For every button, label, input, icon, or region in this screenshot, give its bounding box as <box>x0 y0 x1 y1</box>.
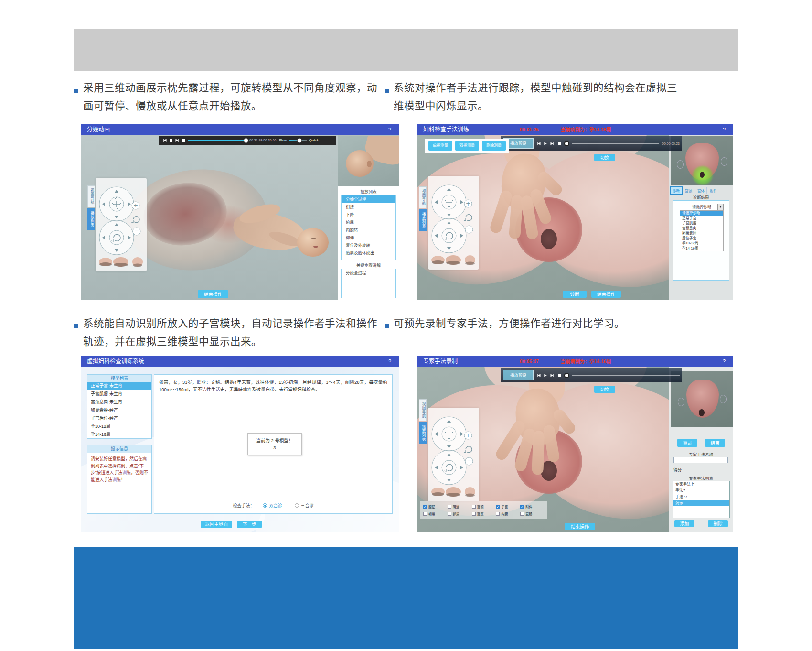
measure-button[interactable]: 单指测量 <box>428 141 452 151</box>
chevron-down-icon[interactable]: ▼ <box>717 204 723 210</box>
model-list-item[interactable]: 子宫后位-经产 <box>87 414 151 423</box>
checkbox-icon <box>472 505 476 509</box>
structure-checkbox[interactable]: 附件 <box>520 504 545 509</box>
playlist-item[interactable]: 复位及外旋转 <box>342 241 395 249</box>
stop-icon[interactable] <box>557 373 561 377</box>
measure-button[interactable]: 删除测量 <box>482 141 506 151</box>
speed-slider[interactable] <box>289 140 307 141</box>
view-navigation-pad[interactable]: +− <box>96 178 147 271</box>
expert-list-item[interactable]: 手法7 <box>673 488 729 494</box>
key-step-item[interactable]: 分娩全过程 <box>342 269 395 277</box>
playlist-item[interactable]: 内旋转 <box>342 226 395 234</box>
side-tab[interactable]: 播放列表 <box>419 209 427 231</box>
play-preset-button[interactable]: 播放预设 <box>503 370 534 380</box>
playlist-item[interactable]: 分娩全过程 <box>342 195 395 203</box>
model-list-item[interactable]: 宫颈息肉-未生育 <box>87 398 151 406</box>
add-button[interactable]: 添加 <box>674 520 694 527</box>
skip-back-icon[interactable] <box>536 141 541 146</box>
structure-checkbox[interactable]: 内膜 <box>496 511 520 516</box>
structure-checkbox[interactable]: 宫底 <box>472 511 496 516</box>
skip-forward-icon[interactable] <box>550 373 555 378</box>
method-radio[interactable]: 三合诊 <box>295 502 314 509</box>
diagnosis-tab[interactable]: 诊断 <box>671 187 682 194</box>
switch-view-button[interactable]: 切换 <box>594 154 615 161</box>
stop-icon[interactable] <box>182 139 186 142</box>
diagnosis-option[interactable]: 请选择诊断 <box>680 211 723 216</box>
playlist-item[interactable]: 仰伸 <box>342 234 395 241</box>
view-navigation-pad[interactable]: +− <box>428 408 479 501</box>
diagnosis-option[interactable]: 后位子宫 <box>680 236 723 241</box>
playlist-item[interactable]: 俯屈 <box>342 218 395 226</box>
playlist-item[interactable]: 衔接 <box>342 203 395 211</box>
diagnosis-tab[interactable]: 宫体 <box>695 187 707 194</box>
fetus-view-thumbnail[interactable] <box>338 136 399 186</box>
model-list-item[interactable]: 正常子宫-未生育 <box>87 382 151 390</box>
progress-knob[interactable] <box>564 141 569 146</box>
progress-track[interactable] <box>572 143 659 144</box>
structure-checkbox[interactable]: 阴道 <box>448 504 472 509</box>
structure-checkbox[interactable]: 腹壁 <box>423 504 448 509</box>
skip-back-icon[interactable] <box>536 373 541 378</box>
playlist-item[interactable]: 胎肩及胎体娩出 <box>342 249 395 257</box>
play-icon[interactable] <box>544 141 547 146</box>
diagnosis-option[interactable]: 子宫肌瘤 <box>680 221 723 226</box>
next-step-button[interactable]: 下一步 <box>237 521 262 528</box>
progress-track[interactable] <box>572 375 680 376</box>
stop-record-button[interactable]: 结束 <box>705 439 725 447</box>
re-record-button[interactable]: 重录 <box>677 439 697 447</box>
diagnosis-select[interactable]: 请选择诊断 ▼ <box>680 204 724 211</box>
diagnose-button[interactable]: 诊断 <box>563 291 587 298</box>
side-tab[interactable]: 播放列表 <box>87 208 95 230</box>
help-button[interactable]: ? <box>721 356 727 367</box>
model-list-item[interactable]: 孕10-12周 <box>87 423 151 431</box>
structure-checkbox[interactable]: 卵巢 <box>448 511 472 516</box>
end-operation-button[interactable]: 结束操作 <box>565 523 595 530</box>
skip-back-icon[interactable] <box>162 138 167 142</box>
diagnosis-option[interactable]: 孕10-12周 <box>680 241 723 246</box>
progress-slider[interactable] <box>188 140 247 141</box>
diagnosis-option[interactable]: 宫颈息肉 <box>680 226 723 231</box>
side-tab[interactable]: 视图导航 <box>419 399 427 421</box>
playlist-item[interactable]: 下降 <box>342 211 395 218</box>
model-list-item[interactable]: 孕14-16周 <box>87 431 151 439</box>
structure-checkbox[interactable]: 子宫 <box>496 504 520 509</box>
delete-button[interactable]: 删除 <box>708 520 728 527</box>
end-operation-button[interactable]: 结束操作 <box>591 291 621 298</box>
back-to-main-button[interactable]: 返回主界面 <box>201 521 232 528</box>
view-navigation-pad[interactable]: +− <box>428 176 479 270</box>
switch-view-button[interactable]: 切换 <box>594 386 615 393</box>
progress-knob[interactable] <box>564 373 569 378</box>
speed-knob[interactable] <box>297 138 302 143</box>
measure-button[interactable]: 双指测量 <box>455 141 479 151</box>
side-tab[interactable]: 播放列表 <box>419 422 427 444</box>
diagnosis-option[interactable]: 卵巢囊肿 <box>680 231 723 236</box>
structure-checkbox[interactable]: 宫颈 <box>472 504 496 509</box>
pause-icon[interactable] <box>169 138 173 142</box>
finger <box>532 431 545 475</box>
diagnosis-tab[interactable]: 附件 <box>708 187 719 194</box>
help-button[interactable]: ? <box>386 356 393 367</box>
diagnosis-option[interactable]: 正常子宫 <box>680 216 723 221</box>
model-list-item[interactable]: 卵巢囊肿-经产 <box>87 406 151 414</box>
expert-list-item[interactable]: 专家手法七 <box>673 481 729 488</box>
checkbox-icon <box>520 512 524 516</box>
expert-list-item[interactable]: 演示 <box>673 500 729 506</box>
expert-list-item[interactable]: 手法77 <box>673 494 729 500</box>
method-radio[interactable]: 双合诊 <box>263 502 282 509</box>
side-tab[interactable]: 视图导航 <box>419 186 427 208</box>
play-icon[interactable] <box>544 373 547 378</box>
skip-forward-icon[interactable] <box>175 138 180 142</box>
model-list-item[interactable]: 子宫肌瘤-未生育 <box>87 390 151 398</box>
diagnosis-tab[interactable]: 宫颈 <box>683 187 694 194</box>
diagnosis-option[interactable]: 孕14-16周 <box>680 246 723 251</box>
structure-checkbox[interactable]: 直肠 <box>520 511 545 516</box>
structure-checkbox[interactable]: 韧带 <box>423 511 448 516</box>
end-operation-button[interactable]: 结束操作 <box>198 290 228 298</box>
side-tab[interactable]: 视图导航 <box>87 185 95 207</box>
stop-icon[interactable] <box>557 141 561 145</box>
progress-knob[interactable] <box>244 138 248 143</box>
help-button[interactable]: ? <box>721 124 727 135</box>
skip-forward-icon[interactable] <box>550 141 555 146</box>
help-button[interactable]: ? <box>386 124 393 135</box>
expert-name-input[interactable] <box>673 457 728 463</box>
